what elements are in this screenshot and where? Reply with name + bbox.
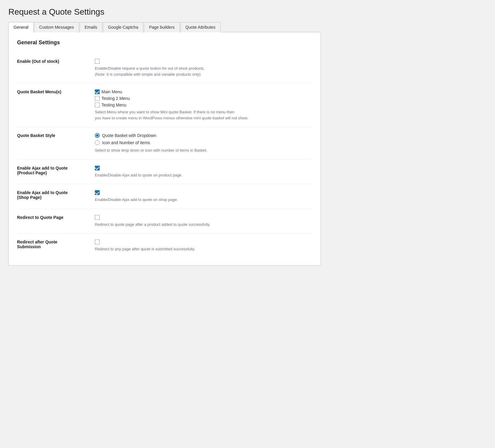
desc-out-of-stock: Enable/Disable request a quote button fo… (95, 65, 312, 77)
label-redirect-to-quote: Redirect to Quote Page (17, 209, 95, 234)
desc-quote-basket-style: Select to show drop down or icon with nu… (95, 147, 312, 153)
setting-redirect-after-submission: Redirect after Quote Submission Redirect… (17, 234, 312, 258)
control-redirect-after-submission: Redirect to any page after quote is subm… (95, 234, 312, 258)
desc-ajax-product: Enable/Disable Ajax add to quote on prod… (95, 172, 312, 178)
checkbox-row-redirect-to-quote (95, 215, 312, 220)
settings-table: Enable (Out of stock) Enable/Disable req… (17, 53, 312, 258)
label-quote-basket-style: Quote Basket Style (17, 127, 95, 160)
checkbox-ajax-shop[interactable] (95, 190, 100, 195)
checkbox-row-redirect-after-submission (95, 240, 312, 244)
checkbox-row-testing2-menu: Testing 2 Menu (95, 96, 312, 101)
page-title: Request a Quote Settings (8, 7, 321, 17)
checkbox-testing-menu[interactable] (95, 103, 100, 107)
tabs-nav: General Custom Messages Emails Google Ca… (8, 22, 321, 32)
checkbox-redirect-to-quote[interactable] (95, 215, 100, 220)
checkbox-testing2-menu[interactable] (95, 96, 100, 101)
label-quote-basket-menus: Quote Basket Menu(s) (17, 83, 95, 127)
label-ajax-shop: Enable Ajax add to Quote (Shop Page) (17, 184, 95, 209)
radio-dropdown[interactable] (95, 133, 100, 138)
radio-row-icon-number: Icon and Number of items (95, 140, 312, 145)
desc-redirect-to-quote: Redirect to quote page after a product a… (95, 222, 312, 228)
content-area: General Settings Enable (Out of stock) E… (8, 32, 321, 266)
desc-quote-basket-menus: Select Menu where you want to show Mini … (95, 109, 312, 121)
control-ajax-shop: Enable/Disable Ajax add to quote on shop… (95, 184, 312, 209)
label-ajax-product: Enable Ajax add to Quote (Product Page) (17, 159, 95, 184)
section-title: General Settings (17, 39, 312, 46)
control-ajax-product: Enable/Disable Ajax add to quote on prod… (95, 159, 312, 184)
control-quote-basket-style: Quote Basket with Dropdown Icon and Numb… (95, 127, 312, 160)
checkbox-row-ajax-product (95, 166, 312, 170)
control-enable-out-of-stock: Enable/Disable request a quote button fo… (95, 53, 312, 83)
tab-page-builders[interactable]: Page builders (144, 22, 180, 32)
label-icon-number: Icon and Number of items (102, 140, 150, 145)
checkbox-row-testing-menu: Testing Menu (95, 103, 312, 107)
control-quote-basket-menus: Main Menu Testing 2 Menu Testing Menu Se… (95, 83, 312, 127)
radio-icon-number[interactable] (95, 140, 100, 145)
tab-google-captcha[interactable]: Google Captcha (103, 22, 143, 32)
radio-row-dropdown: Quote Basket with Dropdown (95, 133, 312, 138)
desc-ajax-shop: Enable/Disable Ajax add to quote on shop… (95, 197, 312, 203)
label-dropdown: Quote Basket with Dropdown (102, 133, 156, 138)
setting-redirect-to-quote: Redirect to Quote Page Redirect to quote… (17, 209, 312, 234)
label-testing2-menu: Testing 2 Menu (101, 96, 130, 101)
control-redirect-to-quote: Redirect to quote page after a product a… (95, 209, 312, 234)
desc-redirect-after-submission: Redirect to any page after quote is subm… (95, 246, 312, 252)
setting-quote-basket-style: Quote Basket Style Quote Basket with Dro… (17, 127, 312, 160)
checkbox-redirect-after-submission[interactable] (95, 240, 100, 244)
label-testing-menu: Testing Menu (101, 103, 126, 107)
checkbox-row-out-of-stock (95, 59, 312, 64)
setting-enable-out-of-stock: Enable (Out of stock) Enable/Disable req… (17, 53, 312, 83)
setting-quote-basket-menus: Quote Basket Menu(s) Main Menu Testing 2… (17, 83, 312, 127)
tab-general[interactable]: General (8, 22, 34, 32)
setting-ajax-shop: Enable Ajax add to Quote (Shop Page) Ena… (17, 184, 312, 209)
checkbox-main-menu[interactable] (95, 89, 100, 94)
tab-emails[interactable]: Emails (80, 22, 102, 32)
setting-ajax-product: Enable Ajax add to Quote (Product Page) … (17, 159, 312, 184)
tab-quote-attributes[interactable]: Quote Attributes (180, 22, 221, 32)
checkbox-out-of-stock[interactable] (95, 59, 100, 64)
tab-custom-messages[interactable]: Custom Messages (34, 22, 79, 32)
checkbox-row-main-menu: Main Menu (95, 89, 312, 94)
checkbox-ajax-product[interactable] (95, 166, 100, 170)
label-main-menu: Main Menu (101, 89, 122, 94)
label-enable-out-of-stock: Enable (Out of stock) (17, 53, 95, 83)
checkbox-row-ajax-shop (95, 190, 312, 195)
label-redirect-after-submission: Redirect after Quote Submission (17, 234, 95, 258)
